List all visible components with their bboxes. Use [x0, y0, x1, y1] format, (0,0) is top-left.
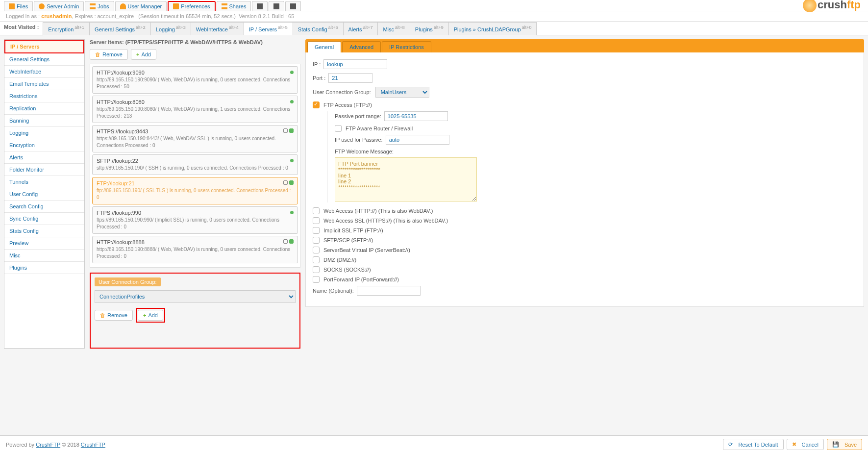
sidebar-item-user-config[interactable]: User Config	[4, 188, 84, 201]
access-option[interactable]: SFTP/SCP (SFTP://)	[313, 237, 857, 244]
access-option[interactable]: PortForward IP (PortForward://)	[313, 276, 857, 283]
sidebar-item-folder-monitor[interactable]: Folder Monitor	[4, 164, 84, 176]
sidebar: IP / ServersGeneral SettingsWebInterface…	[4, 39, 85, 349]
sidebar-item-plugins[interactable]: Plugins	[4, 262, 84, 274]
checkbox-icon[interactable]	[313, 276, 320, 283]
remove-ucg-button[interactable]: 🗑Remove	[95, 310, 133, 321]
sidebar-item-restrictions[interactable]: Restrictions	[4, 90, 84, 102]
panel-tab-general[interactable]: General	[307, 41, 341, 52]
sub-tab-misc[interactable]: Miscalt+8	[377, 22, 410, 35]
ucg-label: User Connection Group:	[95, 277, 161, 286]
sidebar-item-email-templates[interactable]: Email Templates	[4, 78, 84, 90]
panel-tab-advanced[interactable]: Advanced	[342, 41, 381, 52]
top-tab-icon-0[interactable]	[252, 1, 268, 11]
top-tab-files[interactable]: Files	[4, 1, 33, 11]
checkbox-icon[interactable]	[313, 101, 320, 108]
checkbox-icon[interactable]	[313, 256, 320, 263]
ucg-field[interactable]: MainUsers	[375, 87, 429, 98]
server-item[interactable]: FTPS://lookup:990ftps://89.165.150.190:9…	[92, 206, 298, 234]
add-ucg-button[interactable]: +Add	[138, 310, 163, 321]
sub-tab-stats-config[interactable]: Stats Configalt+6	[293, 22, 344, 35]
sidebar-item-sync-config[interactable]: Sync Config	[4, 213, 84, 225]
panel-tab-ip-restrictions[interactable]: IP Restrictions	[382, 41, 431, 52]
checkbox-icon[interactable]	[313, 207, 320, 214]
tab-icon	[120, 3, 126, 9]
status-dot-icon	[290, 71, 294, 74]
tab-icon	[9, 3, 15, 9]
top-tab-server-admin[interactable]: Server Admin	[34, 1, 84, 11]
server-item[interactable]: HTTP://lookup:9090http://89.165.150.190:…	[92, 66, 298, 94]
sub-tab-encryption[interactable]: Encryptionalt+1	[43, 22, 90, 35]
server-item[interactable]: HTTPS://lookup:8443https://89.165.150.19…	[92, 125, 298, 152]
sub-tab-plugins[interactable]: Pluginsalt+9	[410, 22, 449, 35]
ucg-section: User Connection Group: ConnectionProfile…	[90, 273, 300, 349]
ftp-aware-checkbox[interactable]: FTP Aware Router / Firewall	[335, 125, 857, 132]
sub-tab-alerts[interactable]: Alertsalt+7	[343, 22, 378, 35]
server-item[interactable]: SFTP://lookup:22sftp://89.165.150.190/ (…	[92, 154, 298, 175]
welcome-message-field[interactable]: FTP Port banner ******************** lin…	[335, 157, 477, 201]
checkbox-icon[interactable]	[313, 217, 320, 224]
ip-field[interactable]	[323, 59, 387, 69]
sidebar-item-banning[interactable]: Banning	[4, 115, 84, 127]
sidebar-item-tunnels[interactable]: Tunnels	[4, 176, 84, 188]
server-list: HTTP://lookup:9090http://89.165.150.190:…	[90, 64, 300, 268]
server-item[interactable]: FTP://lookup:21ftp://89.165.150.190/ ( S…	[92, 177, 298, 204]
status-icons	[283, 239, 294, 244]
sidebar-item-alerts[interactable]: Alerts	[4, 151, 84, 164]
top-tab-jobs[interactable]: Jobs	[85, 1, 114, 11]
sidebar-item-search-config[interactable]: Search Config	[4, 201, 84, 213]
sub-tab-general-settings[interactable]: General Settingsalt+2	[89, 22, 151, 35]
checkbox-icon[interactable]	[313, 237, 320, 244]
top-tab-icon-1[interactable]	[269, 1, 284, 11]
tab-icon	[273, 3, 279, 9]
top-tab-shares[interactable]: Shares	[217, 1, 251, 11]
ucg-select[interactable]: ConnectionProfiles	[95, 290, 296, 303]
logo: crushftp	[803, 0, 861, 12]
ip-passive-field[interactable]	[386, 135, 449, 145]
tab-icon	[39, 3, 45, 9]
remove-server-button[interactable]: 🗑Remove	[90, 49, 128, 60]
sidebar-item-preview[interactable]: Preview	[4, 237, 84, 250]
checkbox-icon[interactable]	[313, 266, 320, 273]
access-option[interactable]: ServerBeat Virtual IP (ServerBeat://)	[313, 247, 857, 253]
port-field[interactable]	[328, 73, 372, 83]
tab-icon	[173, 3, 179, 9]
access-option[interactable]: FTP Access (FTP://)	[313, 101, 857, 108]
sub-tab-ip-servers[interactable]: IP / Serversalt+5	[244, 22, 293, 35]
sidebar-item-logging[interactable]: Logging	[4, 127, 84, 139]
tab-icon	[290, 3, 296, 9]
server-item[interactable]: HTTP://lookup:8080http://89.165.150.190:…	[92, 96, 298, 123]
most-visited-label: Most Visited :	[4, 22, 43, 35]
sidebar-item-webinterface[interactable]: WebInterface	[4, 66, 84, 78]
status-dot-icon	[290, 159, 294, 162]
status-icons	[283, 128, 294, 133]
sub-tab-webinterface[interactable]: WebInterfacealt+4	[191, 22, 244, 35]
checkbox-icon[interactable]	[313, 247, 320, 253]
sub-tab-plugins-crushldapgroup[interactable]: Plugins » CrushLDAPGroupalt+0	[448, 22, 537, 35]
top-tab-preferences[interactable]: Preferences	[168, 1, 215, 11]
access-option[interactable]: DMZ (DMZ://)	[313, 256, 857, 263]
server-item[interactable]: HTTP://lookup:8888http://89.165.150.190:…	[92, 236, 298, 263]
sidebar-item-replication[interactable]: Replication	[4, 102, 84, 115]
passive-range-field[interactable]	[384, 111, 448, 121]
status-dot-icon	[290, 100, 294, 103]
access-option[interactable]: SOCKS (SOCKS://)	[313, 266, 857, 273]
tab-icon	[222, 3, 227, 9]
sidebar-item-misc[interactable]: Misc	[4, 250, 84, 262]
add-server-button[interactable]: +Add	[131, 49, 156, 60]
sub-tab-logging[interactable]: Loggingalt+3	[150, 22, 191, 35]
tab-icon	[90, 3, 96, 9]
top-tab-user-manager[interactable]: User Manager	[115, 1, 167, 11]
sidebar-item-stats-config[interactable]: Stats Config	[4, 225, 84, 237]
tab-icon	[257, 3, 263, 9]
access-option[interactable]: Implicit SSL FTP (FTP://)	[313, 227, 857, 234]
status-line: Logged in as : crushadmin, Expires : acc…	[0, 11, 868, 22]
access-option[interactable]: Web Access (HTTP://) (This is also WebDA…	[313, 207, 857, 214]
sidebar-item-encryption[interactable]: Encryption	[4, 139, 84, 151]
top-tab-icon-2[interactable]	[285, 1, 301, 11]
checkbox-icon[interactable]	[313, 227, 320, 234]
access-option[interactable]: Web Access SSL (HTTPS://) (This is also …	[313, 217, 857, 224]
name-field[interactable]	[357, 286, 421, 296]
sidebar-item-general-settings[interactable]: General Settings	[4, 53, 84, 66]
sidebar-item-ip-servers[interactable]: IP / Servers	[4, 40, 84, 53]
